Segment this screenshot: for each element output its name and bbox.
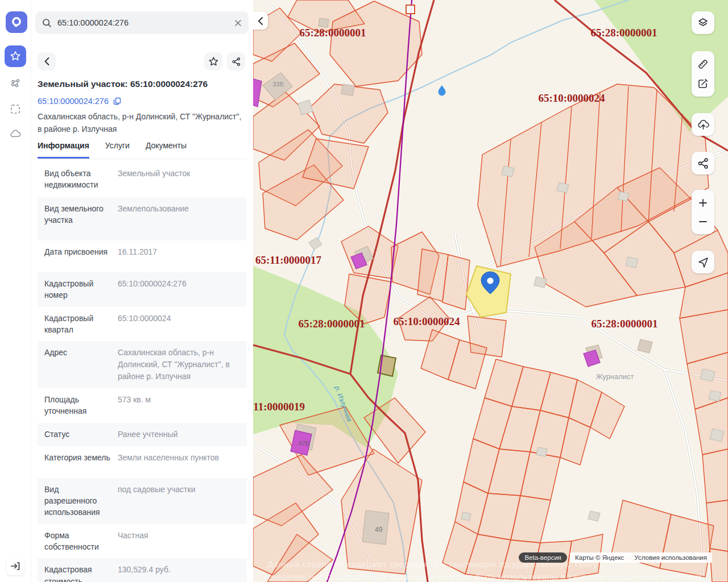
station-marker — [406, 5, 415, 14]
sidebar-item-cloud[interactable] — [5, 123, 26, 145]
gray-building — [709, 390, 721, 401]
exit-button[interactable] — [6, 557, 24, 575]
left-rail — [0, 0, 31, 582]
dashed-square-icon — [10, 103, 21, 115]
tab-services[interactable]: Услуги — [105, 139, 130, 159]
share-map-button[interactable] — [692, 152, 714, 174]
attribute-row: АдресСахалинская область, р-н Долинский,… — [38, 341, 247, 388]
app-logo[interactable] — [6, 11, 27, 33]
attribute-label: Вид объекта недвижимости — [44, 168, 111, 191]
polygon-nodes-icon — [10, 78, 21, 89]
attribute-label: Категория земель — [44, 452, 111, 463]
search-icon — [42, 18, 52, 28]
sign-in-icon — [10, 560, 21, 572]
zoom-group — [692, 190, 714, 234]
attribute-row: Форма собственностиЧастная — [38, 524, 247, 559]
plus-icon — [698, 198, 708, 207]
quarter-label: 65:28:0000001 — [298, 318, 365, 330]
edit-button[interactable] — [697, 77, 709, 90]
quarter-label: 65:28:0000001 — [590, 27, 657, 39]
attribute-label: Статус — [44, 429, 111, 440]
layers-button[interactable] — [692, 11, 714, 34]
attribute-row: Дата присвоения16.11.2017 — [38, 240, 247, 272]
attribute-value: Землепользование — [118, 203, 240, 215]
page-title: Земельный участок: 65:10:0000024:276 — [38, 79, 247, 89]
place-label: 49 — [375, 526, 383, 534]
quarter-label: 65:11:0000017 — [255, 254, 322, 266]
attribute-label: Кадастровый квартал — [44, 313, 111, 336]
attribute-label: Площадь уточненная — [44, 394, 111, 417]
watermark-text: сведения носят справочный характер и не … — [267, 572, 702, 581]
attribute-value: 130,529.4 руб. — [118, 564, 240, 576]
attribute-value: Ранее учтенный — [118, 429, 240, 440]
zoom-out-button[interactable] — [692, 212, 714, 231]
attributes-table: Вид объекта недвижимостиЗемельный участо… — [38, 162, 247, 582]
gray-building — [309, 238, 322, 250]
cadastral-number-link[interactable]: 65:10:0000024:276 — [38, 97, 121, 106]
tan-building — [341, 84, 354, 95]
copy-icon[interactable] — [113, 97, 121, 105]
star-outline-icon — [208, 56, 219, 67]
attribute-value: 573 кв. м — [118, 394, 240, 406]
attribute-row: СтатусРанее учтенный — [38, 423, 247, 446]
quarter-label: 65:28:0000001 — [299, 27, 366, 39]
attribute-row: Кадастровый квартал65:10:0000024 — [38, 307, 247, 342]
gray-building — [502, 166, 514, 177]
attribute-label: Кадастровая стоимость — [44, 564, 111, 582]
ruler-button[interactable] — [697, 58, 709, 70]
attribute-row: Вид разрешенного использованияпод садовы… — [38, 478, 247, 524]
sidebar-item-favorites[interactable] — [5, 45, 26, 67]
favorite-button[interactable] — [204, 52, 222, 70]
star-icon — [10, 51, 21, 62]
app-root: 65:28:000000165:28:000000165:10:00000246… — [0, 0, 728, 582]
quarter-label: 65:10:0000024 — [538, 92, 605, 104]
navigation-arrow-icon — [697, 256, 709, 268]
sidebar-item-select-area[interactable] — [5, 98, 26, 120]
search-bar[interactable]: 65:10:0000024:276 — [35, 11, 249, 34]
gray-building — [557, 182, 569, 193]
map-attribution: Beta-версия Карты © Яндекс Условия испол… — [519, 552, 712, 563]
gray-building — [588, 511, 600, 521]
attribute-value: Частная — [118, 530, 240, 542]
sidebar-item-objects[interactable] — [5, 73, 26, 94]
share-icon — [697, 157, 709, 169]
water-marker — [439, 85, 446, 96]
nspd-logo-icon — [10, 15, 23, 29]
map-area[interactable]: 65:28:000000165:28:000000165:10:00000246… — [253, 0, 728, 582]
place-label: 33В — [272, 81, 284, 88]
chevron-left-icon — [44, 57, 49, 65]
attribute-row: Категория земельЗемли населенных пунктов — [38, 446, 247, 478]
clear-search-icon[interactable] — [234, 19, 242, 27]
place-label: 47Б — [298, 440, 309, 447]
attribute-label: Кадастровый номер — [44, 278, 111, 301]
panel-collapse-button[interactable] — [253, 12, 268, 30]
search-input[interactable]: 65:10:0000024:276 — [57, 18, 234, 27]
gray-building — [534, 277, 547, 288]
tab-information[interactable]: Информация — [38, 139, 89, 159]
attribute-label: Дата присвоения — [44, 246, 111, 257]
attribute-value: 65:10:0000024:276 — [118, 278, 240, 290]
cloud-upload-icon — [697, 118, 710, 131]
tan-building — [318, 18, 329, 27]
ruler-icon — [697, 58, 709, 70]
locate-button[interactable] — [692, 251, 714, 273]
upload-button[interactable] — [692, 113, 714, 136]
quarter-label: 65:28:0000001 — [591, 318, 657, 330]
share-button[interactable] — [227, 52, 245, 70]
object-info-panel: 65:10:0000024:276 Земельный участок: 65:… — [31, 0, 253, 582]
tab-documents[interactable]: Документы — [146, 139, 187, 159]
gray-building — [710, 429, 724, 442]
terms-link[interactable]: Условия использования — [634, 554, 707, 561]
gray-building — [626, 257, 638, 268]
attribute-value: Сахалинская область, р-н Долинский, СТ "… — [118, 347, 240, 383]
tab-bar: ИнформацияУслугиДокументы — [38, 139, 247, 159]
back-button[interactable] — [38, 52, 56, 70]
beta-badge: Beta-версия — [519, 552, 567, 563]
zoom-in-button[interactable] — [692, 193, 714, 212]
cadastral-map[interactable]: 65:28:000000165:28:000000165:10:00000246… — [253, 0, 728, 582]
map-provider: Карты © Яндекс — [575, 554, 624, 561]
attribute-value: 65:10:0000024 — [118, 313, 240, 325]
gray-building — [461, 512, 471, 521]
share-icon — [231, 57, 241, 66]
gray-building — [536, 447, 547, 456]
